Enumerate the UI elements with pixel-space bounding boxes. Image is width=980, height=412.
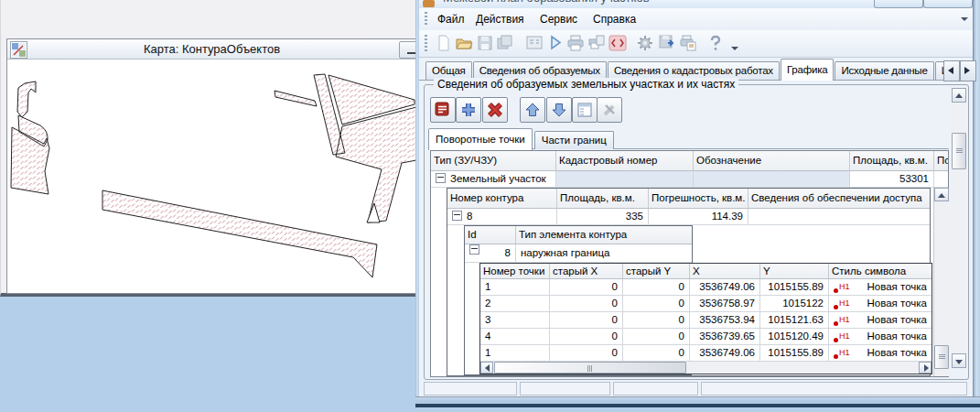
- col-type[interactable]: Тип (ЗУ/ЧЗУ): [431, 151, 556, 171]
- toolbar-grip[interactable]: [425, 35, 427, 52]
- grid-vscrollbar[interactable]: [933, 188, 949, 376]
- panel-vscrollbar[interactable]: [952, 88, 966, 368]
- run-icon[interactable]: [546, 34, 565, 52]
- map-titlebar[interactable]: Карта: КонтураОбъектов: [7, 39, 416, 60]
- properties-button[interactable]: [572, 97, 598, 123]
- element-table: Id Тип элемента контура 8 наружная грани…: [464, 225, 692, 375]
- col-contour-error[interactable]: Погрешность, кв.м.: [649, 189, 748, 209]
- scroll-right-button[interactable]: [919, 362, 932, 374]
- window-border-left: [415, 0, 419, 407]
- col-cadastral-number[interactable]: Кадастровый номер: [556, 151, 694, 171]
- col-contour-number[interactable]: Номер контура: [447, 189, 557, 209]
- col-contour-area[interactable]: Площадь, кв.м.: [557, 189, 649, 209]
- edit-disabled-button[interactable]: [597, 97, 622, 123]
- tab-cadastral-works[interactable]: Сведения о кадастровых работах: [608, 61, 780, 80]
- col-symbol-style[interactable]: Стиль символа: [829, 264, 932, 279]
- point-row[interactable]: 2 0 0 3536758.97 1015122 Н1Новая точка: [480, 296, 932, 312]
- xml-view-icon[interactable]: [608, 34, 627, 52]
- collapse-toggle[interactable]: [436, 173, 446, 183]
- help-icon[interactable]: [706, 34, 725, 52]
- access-info-cell: [748, 209, 930, 225]
- tab-graphics[interactable]: Графика: [781, 59, 835, 81]
- tab-scroll-right-button[interactable]: [960, 60, 976, 81]
- scroll-left-button[interactable]: [480, 362, 493, 374]
- area-cell: 53301: [850, 171, 934, 188]
- menu-bar: Файл Действия Сервис Справка: [419, 8, 973, 31]
- save-icon[interactable]: [476, 34, 494, 52]
- menu-grip[interactable]: [425, 12, 427, 27]
- menu-help[interactable]: Справка: [587, 12, 641, 27]
- hscroll-thumb[interactable]: [494, 362, 686, 374]
- tab-turning-points[interactable]: Поворотные точки: [428, 128, 533, 150]
- menu-service[interactable]: Сервис: [534, 12, 583, 27]
- col-old-y[interactable]: старый Y: [623, 264, 690, 279]
- contour-error-cell: 114.39: [649, 209, 748, 225]
- print-icon[interactable]: [566, 34, 585, 52]
- element-row[interactable]: 8 наружная граница: [465, 244, 692, 263]
- collapse-toggle[interactable]: [452, 211, 462, 221]
- open-icon[interactable]: [455, 34, 473, 52]
- map-window: Карта: КонтураОбъектов: [6, 38, 417, 294]
- group-box-title: Сведения об образуемых земельных участка…: [434, 78, 738, 91]
- scroll-up-button[interactable]: [934, 188, 949, 201]
- col-old-x[interactable]: старый X: [550, 264, 623, 279]
- menu-file[interactable]: Файл: [432, 12, 470, 27]
- map-title: Карта: КонтураОбъектов: [7, 42, 416, 56]
- status-cell: [424, 382, 517, 396]
- save-all-icon[interactable]: [496, 34, 514, 52]
- toolbar-overflow-arrow[interactable]: [731, 47, 738, 50]
- col-designation[interactable]: Обозначение: [694, 151, 850, 171]
- contour-row[interactable]: 8 335 114.39: [447, 209, 930, 225]
- print-report-icon[interactable]: [679, 34, 697, 52]
- move-up-button[interactable]: [520, 97, 545, 123]
- menu-overflow-arrow[interactable]: [961, 17, 968, 21]
- settings-gear-icon[interactable]: [636, 34, 654, 52]
- new-document-icon[interactable]: [435, 34, 453, 52]
- move-down-button[interactable]: [546, 97, 572, 123]
- tab-scroll-left-button[interactable]: [943, 60, 960, 81]
- plan-window-icon: [423, 0, 435, 7]
- scroll-down-button[interactable]: [952, 353, 966, 368]
- col-po[interactable]: По: [934, 151, 948, 171]
- col-point-number[interactable]: Номер точки: [480, 264, 550, 279]
- map-canvas[interactable]: [7, 60, 416, 292]
- contour-table: Номер контура Площадь, кв.м. Погрешность…: [447, 188, 931, 376]
- save-export-icon[interactable]: [658, 34, 676, 52]
- tab-formed-info[interactable]: Сведения об образуемых: [473, 61, 607, 80]
- menu-actions[interactable]: Действия: [470, 12, 530, 27]
- delete-button[interactable]: [482, 97, 508, 123]
- tab-source-data[interactable]: Исходные данные: [835, 61, 933, 80]
- form-settings-icon[interactable]: [525, 34, 544, 52]
- import-red-button[interactable]: [430, 97, 456, 123]
- symbol-style-cell: Н1Новая точка: [829, 345, 932, 362]
- point-row[interactable]: 1 0 0 3536749.06 1015155.89 Н1Новая точк…: [480, 279, 932, 296]
- contour-number-cell: 8: [447, 209, 557, 225]
- point-row[interactable]: 1 0 0 3536749.06 1015155.89 Н1Новая точк…: [480, 345, 932, 362]
- tab-general[interactable]: Общая: [425, 61, 472, 80]
- symbol-style-cell: Н1Новая точка: [829, 296, 932, 312]
- print-preview-icon[interactable]: [587, 34, 606, 52]
- grid-vscroll-thumb[interactable]: [934, 345, 949, 369]
- tab-boundary-parts[interactable]: Части границ: [534, 131, 614, 149]
- po-cell: [934, 171, 948, 188]
- status-cell: [520, 382, 610, 396]
- points-table: Номер точки старый X старый Y X Y Стиль …: [479, 263, 932, 374]
- scroll-up-button[interactable]: [952, 88, 966, 103]
- collapse-toggle[interactable]: [469, 244, 479, 255]
- col-x[interactable]: X: [690, 264, 760, 279]
- point-row[interactable]: 4 0 0 3536739.65 1015120.49 Н1Новая точк…: [480, 329, 932, 345]
- add-button[interactable]: [456, 97, 481, 123]
- col-y[interactable]: Y: [760, 264, 829, 279]
- parcel-row[interactable]: Земельный участок 53301: [431, 171, 948, 188]
- col-id[interactable]: Id: [465, 226, 516, 244]
- col-access-info[interactable]: Сведения об обеспечении доступа: [748, 189, 930, 209]
- window-border-bottom: [415, 396, 980, 407]
- window-maximize-button[interactable]: [923, 0, 973, 8]
- panel-vscroll-thumb[interactable]: [952, 133, 966, 169]
- window-minimize-button[interactable]: [874, 0, 923, 8]
- cadastral-number-cell: [556, 171, 694, 188]
- col-element-type[interactable]: Тип элемента контура: [516, 226, 692, 244]
- col-area[interactable]: Площадь, кв.м.: [850, 151, 934, 171]
- point-row[interactable]: 3 0 0 3536753.94 1015121.63 Н1Новая точк…: [480, 312, 932, 329]
- points-hscrollbar[interactable]: [480, 362, 932, 374]
